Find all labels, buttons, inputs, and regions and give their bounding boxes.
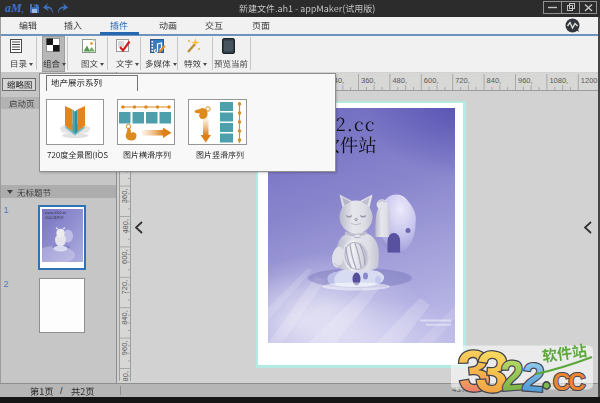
svg-text:2: 2 — [521, 354, 546, 399]
svg-text:840,: 840, — [486, 76, 501, 85]
svg-text:1200,: 1200, — [580, 76, 598, 85]
svg-text:480,: 480, — [392, 76, 407, 85]
svg-text:360,: 360, — [361, 76, 376, 85]
svg-text:600,: 600, — [423, 76, 438, 85]
svg-text:720,: 720, — [455, 76, 470, 85]
svg-text:960,: 960, — [518, 76, 533, 85]
svg-text:CC: CC — [553, 368, 585, 395]
svg-text:1080,: 1080, — [549, 76, 568, 85]
